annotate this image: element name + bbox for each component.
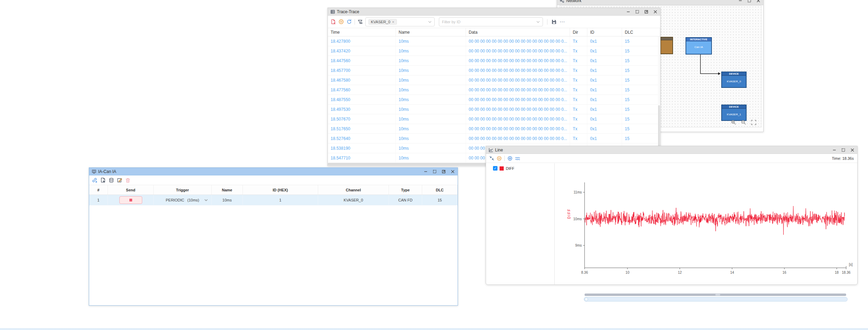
svg-text:18: 18 [835,271,839,274]
node-type-label: DEVICE [722,72,746,76]
trace-cell-name: 10ms [396,95,466,104]
ia-window: IA-Can IA # Send Trigger Name ID (HEX) C… [89,167,458,306]
popout-icon[interactable] [644,10,648,14]
minimize-icon[interactable] [738,0,742,3]
close-icon[interactable] [653,10,657,14]
trace-cell-id: 0x1 [587,124,622,133]
trace-cell-name: 10ms [396,105,466,114]
legend-color-swatch [500,166,504,171]
node-label: KVASER_0 [722,76,746,83]
network-node-misc[interactable] [660,37,673,54]
popout-icon[interactable] [442,170,446,174]
trace-cell-id: 0x1 [587,46,622,56]
close-icon[interactable] [451,170,455,174]
zoom-out-icon[interactable] [741,120,746,125]
network-node-kvaser1[interactable]: DEVICE KVASER_1 [721,105,747,121]
add-signal-icon[interactable] [508,156,512,161]
trace-row[interactable]: 18.49753010ms00 00 00 00 00 00 00 00 00 … [328,105,660,114]
close-icon[interactable] [756,0,760,3]
line-window: Line Time: 18.36s ✓ DIFF DIFF 9ms10ms11m… [486,146,858,285]
maximize-icon[interactable] [635,10,639,14]
maximize-icon[interactable] [841,148,845,152]
fit-view-icon[interactable] [751,120,756,125]
save-icon[interactable] [552,19,556,24]
trace-cell-data: 00 00 00 00 00 00 00 00 00 00 00 00 00 0… [466,46,570,56]
trace-row[interactable]: 18.52764010ms00 00 00 00 00 00 00 00 00 … [328,134,660,143]
clear-trace-icon[interactable] [331,19,336,24]
ia-table-row[interactable]: 1 PERIODIC (10ms) 10ms 1 KVASER_0 CAN FD… [89,195,458,205]
database-icon[interactable] [109,178,114,183]
trace-row[interactable]: 18.42780010ms00 00 00 00 00 00 00 00 00 … [328,36,660,46]
chart-scrollbar[interactable] [585,294,846,296]
send-stop-button[interactable] [119,196,142,204]
network-titlebar: Network [557,0,763,5]
trace-row[interactable]: 18.46758010ms00 00 00 00 00 00 00 00 00 … [328,75,660,85]
trace-row[interactable]: 18.47756010ms00 00 00 00 00 00 00 00 00 … [328,85,660,95]
close-icon[interactable] [850,148,854,152]
svg-text:12: 12 [678,271,682,274]
more-icon[interactable]: ··· [560,19,565,24]
refresh-icon[interactable] [347,19,352,24]
trace-cell-id: 0x1 [587,114,622,124]
trace-cell-time: 18.507670 [328,114,396,124]
chip-close-icon[interactable]: × [392,20,394,24]
trace-cell-id: 0x1 [587,75,622,85]
column-header-trigger: Trigger [154,185,212,195]
trace-cell-time: 18.497530 [328,105,396,114]
edit-icon[interactable] [117,178,122,183]
channel-filter-select[interactable]: KVASER_0 × [365,17,435,26]
chart-legend: ✓ DIFF [486,163,555,284]
filter-icon[interactable] [358,19,363,24]
row-channel: KVASER_0 [318,195,389,205]
trace-cell-id: 0x1 [587,36,622,46]
trace-row[interactable]: 18.51765010ms00 00 00 00 00 00 00 00 00 … [328,124,660,134]
trace-cell-time: 18.457700 [328,66,396,75]
trace-cell-name: 10ms [396,153,466,163]
chart-range-slider[interactable] [584,297,848,302]
trigger-dropdown[interactable]: PERIODIC (10ms) [154,195,212,205]
pause-icon[interactable] [497,156,502,161]
trace-row[interactable]: 18.50767010ms00 00 00 00 00 00 00 00 00 … [328,114,660,124]
trace-vertical-scrollbar[interactable] [658,36,660,162]
legend-checkbox[interactable]: ✓ [493,166,497,171]
trace-cell-time: 18.477560 [328,85,396,94]
collapse-icon[interactable] [490,156,494,160]
chevron-down-icon [204,198,208,202]
new-file-icon[interactable] [101,178,105,183]
id-filter-select[interactable] [439,17,543,26]
maximize-icon[interactable] [433,170,437,174]
trace-row[interactable]: 18.43742010ms00 00 00 00 00 00 00 00 00 … [328,46,660,56]
svg-text:[s]: [s] [849,263,853,266]
network-node-interactive[interactable]: INTERACTIVE Can IA [686,37,712,55]
zoom-in-icon[interactable] [731,120,736,125]
node-type-label: DEVICE [722,105,746,109]
column-header-dlc: DLC [622,28,660,36]
maximize-icon[interactable] [747,0,751,3]
trace-cell-dlc: 15 [622,85,660,94]
pause-icon[interactable] [339,19,344,24]
signal-wave-icon[interactable] [515,156,520,160]
trace-row[interactable]: 18.48755010ms00 00 00 00 00 00 00 00 00 … [328,95,660,105]
minimize-icon[interactable] [626,10,630,14]
link-disconnect-icon[interactable] [92,178,97,183]
id-filter-input[interactable] [442,20,518,24]
y-axis-label: DIFF [567,208,571,219]
trace-table: Time Name Data Dir ID DLC 18.42780010ms0… [328,28,660,163]
trace-row[interactable]: 18.45770010ms00 00 00 00 00 00 00 00 00 … [328,66,660,75]
column-header-time: Time [328,28,396,36]
minimize-icon[interactable] [832,148,836,152]
network-node-kvaser0[interactable]: DEVICE KVASER_0 [721,72,747,88]
trace-cell-data: 00 00 00 00 00 00 00 00 00 00 00 00 00 0… [466,85,570,94]
delete-icon[interactable] [126,178,130,183]
trace-table-header: Time Name Data Dir ID DLC [328,28,660,36]
trace-cell-time: 18.427800 [328,36,396,46]
minimize-icon[interactable] [424,170,428,174]
trace-cell-data: 00 00 00 00 00 00 00 00 00 00 00 00 00 0… [466,95,570,104]
svg-text:14: 14 [730,271,734,274]
trace-cell-dir: Tx [570,85,587,94]
trace-cell-dlc: 15 [622,134,660,143]
trace-row[interactable]: 18.44756010ms00 00 00 00 00 00 00 00 00 … [328,56,660,66]
column-header-name: Name [396,28,466,36]
trace-cell-dir: Tx [570,56,587,65]
svg-text:18.36: 18.36 [842,271,850,274]
